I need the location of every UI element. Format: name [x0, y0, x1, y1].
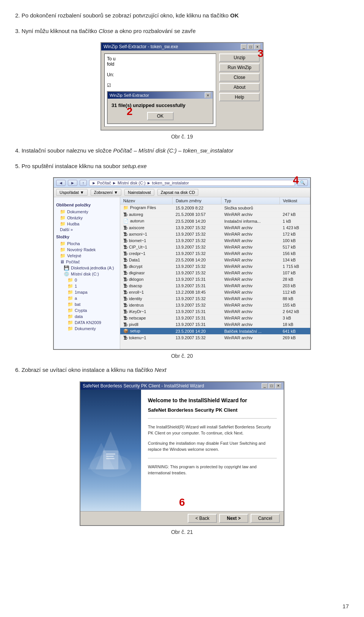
- help-button[interactable]: Help: [219, 93, 260, 101]
- table-row[interactable]: 🗜enroll~1 13.2.2008 18:45 WinRAR archiv …: [120, 289, 310, 296]
- sidebar-item-a[interactable]: 📁 a: [67, 295, 118, 301]
- folder-icon: 📁: [67, 308, 73, 313]
- table-row[interactable]: 🗜autoreg 21.5.2008 10:57 WinRAR archiv 2…: [120, 211, 310, 218]
- close-button[interactable]: Close: [219, 73, 260, 82]
- file-date-cell: 23.5.2008 14:20: [173, 257, 221, 263]
- table-row[interactable]: 🗜dklogon 13.9.2007 15:31 WinRAR archiv 2…: [120, 276, 310, 283]
- next-button[interactable]: Next >: [219, 514, 248, 523]
- sidebar-item-dalsi[interactable]: Další »: [60, 227, 118, 232]
- table-row[interactable]: 🗜axiscore 13.9.2007 15:32 WinRAR archiv …: [120, 225, 310, 231]
- search-btn[interactable]: 🔍: [297, 179, 308, 186]
- about-button[interactable]: About: [219, 83, 260, 91]
- installer-welcome-title: Welcome to the InstallShield Wizard for: [148, 397, 277, 403]
- table-row[interactable]: 🗜biomet~1 13.9.2007 15:32 WinRAR archiv …: [120, 238, 310, 244]
- installer-titlebar: SafeNet Borderless Security PK Client - …: [80, 382, 284, 390]
- sidebar-item-disketa[interactable]: 💾 Disketová jednotka (A:): [64, 265, 118, 271]
- table-row[interactable]: 🗜pivdll 13.9.2007 15:31 WinRAR archiv 18…: [120, 321, 310, 328]
- installer-para3: WARNING: This program is protected by co…: [148, 464, 277, 476]
- file-type-cell: WinRAR archiv: [221, 276, 279, 283]
- table-row[interactable]: 🗜identity 13.9.2007 15:32 WinRAR archiv …: [120, 296, 310, 302]
- sidebar-item-1[interactable]: 📁 1: [67, 283, 118, 289]
- step-2-block: 2. Po dokončení rozbalení souborů se zob…: [15, 11, 349, 20]
- sidebar-item-obrazky[interactable]: 📁 Obrázky: [60, 215, 118, 221]
- col-type[interactable]: Typ: [221, 197, 279, 205]
- minimize-btn[interactable]: _: [241, 44, 247, 49]
- file-name-cell: 📦setup: [120, 328, 173, 335]
- file-size-cell: 247 kB: [280, 211, 310, 218]
- step-6-text: 6. Zobrazí se uvítací okno instalace a k…: [15, 366, 349, 375]
- installer-maximize-btn[interactable]: □: [268, 383, 275, 389]
- back-nav-btn[interactable]: ◄: [56, 180, 66, 186]
- table-row[interactable]: 🗜netscape 13.9.2007 15:31 WinRAR archiv …: [120, 315, 310, 321]
- sidebar-item-dokumenty[interactable]: 📁 Dokumenty: [60, 209, 118, 215]
- annotation-2: 2: [127, 105, 133, 118]
- forward-nav-btn[interactable]: ►: [68, 180, 77, 186]
- file-type-cell: WinRAR archiv: [221, 302, 279, 308]
- file-date-cell: 13.9.2007 15:31: [173, 321, 221, 328]
- sidebar-item-1mapa[interactable]: 📁 1mapa: [67, 289, 118, 295]
- sidebar-item-dokumenty2[interactable]: 📁 Dokumenty: [67, 326, 118, 332]
- pocitac-group: 💾 Disketová jednotka (A:) 💿 Místní disk …: [64, 265, 118, 332]
- table-row[interactable]: 🗜CIP_Ut~1 13.9.2007 15:32 WinRAR archiv …: [120, 244, 310, 250]
- sidebar-item-0[interactable]: 📁 0: [67, 277, 118, 283]
- back-button[interactable]: < Back: [188, 514, 217, 523]
- install-btn[interactable]: Nainstalovat: [124, 189, 154, 196]
- sidebar-item-crypta[interactable]: 📁 Crypta: [67, 307, 118, 313]
- table-row[interactable]: 📁Program Files 15.9.2009 8:22 Složka sou…: [120, 205, 310, 211]
- table-row[interactable]: 🗜dkginasr 13.9.2007 15:32 WinRAR archiv …: [120, 270, 310, 276]
- file-name-cell: 🗜dkginasr: [120, 270, 173, 276]
- installer-close-btn[interactable]: ×: [275, 383, 281, 389]
- cancel-button[interactable]: Cancel: [251, 514, 280, 523]
- table-row[interactable]: 📄autorun 23.5.2008 14:20 Instalační info…: [120, 218, 310, 225]
- file-size-cell: 18 kB: [280, 321, 310, 328]
- file-name-cell: 🗜autoreg: [120, 211, 173, 218]
- annotation-3: 3: [257, 47, 264, 60]
- explorer-path[interactable]: ► Počítač ► Místní disk (C:) ► token_sw_…: [89, 180, 295, 186]
- table-row[interactable]: 🗜Data1 23.5.2008 14:20 WinRAR archiv 134…: [120, 257, 310, 263]
- file-size-cell: 269 kB: [280, 335, 310, 341]
- table-row[interactable]: 🗜axmoni~1 13.9.2007 15:32 WinRAR archiv …: [120, 231, 310, 238]
- file-name-cell: 📁Program Files: [120, 205, 173, 211]
- figure-21: SafeNet Borderless Security PK Client - …: [15, 381, 349, 535]
- table-row[interactable]: 🗜tokenu~1 13.9.2007 15:32 WinRAR archiv …: [120, 335, 310, 341]
- sidebar-item-plocha[interactable]: 📁 Plocha: [60, 241, 118, 247]
- table-row[interactable]: 📦setup 23.5.2008 14:20 Balíček Instalačn…: [120, 328, 310, 335]
- sidebar-item-datakn[interactable]: 📁 DATA KN2009: [67, 320, 118, 326]
- folder-icon: 📁: [67, 302, 73, 307]
- maximize-btn[interactable]: □: [248, 44, 254, 49]
- sidebar-item-verejne[interactable]: 📁 Veřejné: [60, 253, 118, 259]
- sidebar-item-mistni[interactable]: 💿 Místní disk (C:): [64, 271, 118, 277]
- installer-minimize-btn[interactable]: _: [262, 383, 268, 389]
- sidebar-item-data[interactable]: 📁 data: [67, 313, 118, 320]
- table-row[interactable]: 🗜dkcrypt 13.9.2007 15:32 WinRAR archiv 1…: [120, 263, 310, 270]
- file-size-cell: 155 kB: [280, 302, 310, 308]
- sidebar-item-novotny[interactable]: 📁 Novotný Radek: [60, 247, 118, 253]
- ok-button[interactable]: OK: [147, 112, 174, 120]
- table-row[interactable]: 🗜iKeyDr~1 13.9.2007 15:31 WinRAR archiv …: [120, 308, 310, 315]
- view-btn[interactable]: Zobrazení ▼: [91, 189, 121, 196]
- close-inner-btn[interactable]: ×: [205, 93, 211, 98]
- table-row[interactable]: 🗜credpr~1 13.9.2007 15:32 WinRAR archiv …: [120, 250, 310, 257]
- table-row[interactable]: 🗜dsacsp 13.9.2007 15:31 WinRAR archiv 20…: [120, 283, 310, 289]
- file-type-cell: WinRAR archiv: [221, 263, 279, 270]
- file-date-cell: 13.9.2007 15:32: [173, 296, 221, 302]
- up-nav-btn[interactable]: ↑: [80, 180, 87, 186]
- sidebar-item-pocitac[interactable]: 🖥 Počítač: [60, 259, 118, 265]
- file-type-cell: WinRAR archiv: [221, 321, 279, 328]
- file-size-cell: 28 kB: [280, 276, 310, 283]
- col-size[interactable]: Velikost: [280, 197, 310, 205]
- file-date-cell: 23.5.2008 14:20: [173, 218, 221, 225]
- file-name-cell: 🗜axmoni~1: [120, 231, 173, 238]
- col-date[interactable]: Datum změny: [173, 197, 221, 205]
- run-winzip-button[interactable]: Run WinZip: [219, 63, 260, 72]
- file-size-cell: 1 715 kB: [280, 263, 310, 270]
- col-name[interactable]: Název: [120, 197, 173, 205]
- folder-icon: 📁: [67, 277, 73, 283]
- table-row[interactable]: 🗜identrus 13.9.2007 15:32 WinRAR archiv …: [120, 302, 310, 308]
- sidebar-item-bat[interactable]: 📁 bat: [67, 301, 118, 307]
- organize-btn[interactable]: Uspořádat ▼: [56, 189, 88, 196]
- winzip-inner-title: WinZip Self-Extractor: [110, 93, 149, 98]
- unzip-button[interactable]: Unzip: [219, 54, 260, 62]
- burn-btn[interactable]: Zapsat na disk CD: [157, 189, 198, 196]
- sidebar-item-hudba[interactable]: 📁 Hudba: [60, 221, 118, 227]
